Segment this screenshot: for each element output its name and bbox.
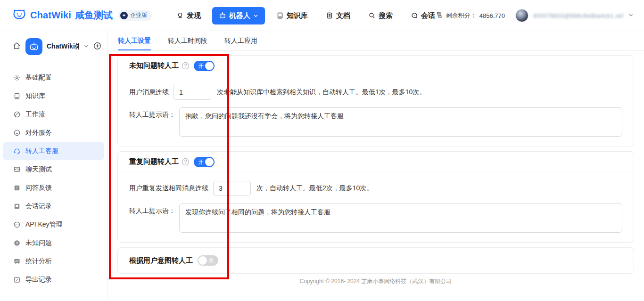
section-unknown-question-transfer: 未知问题转人工 ? 开 用户消息连续 次未能从知识库中检索到相关知识，自动转人工… bbox=[117, 55, 634, 146]
prompt-label: 转人工提示语： bbox=[129, 203, 175, 215]
sidebar-item-label: 对外服务 bbox=[25, 129, 52, 137]
toggle-label: 开 bbox=[198, 157, 204, 167]
repeat-question-toggle[interactable]: 开 bbox=[194, 157, 215, 167]
gear-icon bbox=[13, 74, 21, 81]
headset-icon bbox=[13, 147, 21, 155]
toggle-label: 开 bbox=[198, 61, 204, 71]
plan-badge: ✦ 企业版 bbox=[118, 10, 152, 21]
sidebar-item-workflow[interactable]: 工作流 bbox=[3, 105, 104, 123]
knowledge-base-icon bbox=[276, 12, 284, 19]
sidebar-item-unknown-questions[interactable]: ? 未知问题 bbox=[3, 234, 104, 252]
nav-robot[interactable]: 机器人 bbox=[212, 7, 265, 24]
export-log-icon bbox=[13, 276, 21, 284]
tab-transfer-settings[interactable]: 转人工设置 bbox=[118, 31, 151, 50]
unknown-count-input[interactable] bbox=[173, 85, 211, 100]
rule-row: 用户消息连续 次未能从知识库中检索到相关知识，自动转人工。最低1次，最多10次。 bbox=[129, 85, 622, 100]
sidebar-item-label: 导出记录 bbox=[25, 276, 52, 284]
toggle-label: 关 bbox=[208, 255, 214, 266]
rule-suffix: 次未能从知识库中检索到相关知识，自动转人工。最低1次，最多10次。 bbox=[217, 88, 426, 97]
sidebar-item-api-key[interactable]: API Key管理 bbox=[3, 215, 104, 234]
plan-badge-icon: ✦ bbox=[120, 12, 128, 19]
sidebar-item-label: API Key管理 bbox=[25, 220, 63, 229]
workflow-icon bbox=[13, 111, 21, 118]
user-avatar[interactable] bbox=[515, 9, 528, 22]
top-header: ChatWiki 咸鱼测试 ✦ 企业版 发现 bbox=[0, 0, 644, 31]
credits-value: 4856.770 bbox=[479, 12, 505, 19]
sidebar-menu: 基础配置 知识库 工作流 对外服务 bbox=[0, 68, 107, 289]
sidebar-item-statistics[interactable]: 统计分析 bbox=[3, 252, 104, 270]
rule-prefix: 用户重复发送相同消息连续 bbox=[129, 184, 208, 193]
user-intent-toggle[interactable]: 关 bbox=[198, 255, 218, 266]
sidebar-item-chat-test[interactable]: 聊天测试 bbox=[3, 160, 104, 179]
tab-transfer-application[interactable]: 转人工应用 bbox=[224, 31, 257, 50]
repeat-prompt-textarea[interactable]: 发现你连续问了相同的问题，将为您转接人工客服 bbox=[179, 203, 622, 233]
nav-docs[interactable]: 文档 bbox=[319, 7, 357, 24]
nav-search[interactable]: 搜索 bbox=[362, 7, 399, 24]
section-header: 重复问题转人工 ? 开 bbox=[118, 152, 634, 172]
chatwiki-logo-icon bbox=[12, 8, 26, 24]
prompt-label: 转人工提示语： bbox=[129, 107, 175, 119]
sidebar-item-label: 未知问题 bbox=[25, 239, 52, 247]
discover-icon bbox=[176, 12, 184, 19]
document-icon bbox=[326, 12, 333, 19]
home-icon[interactable] bbox=[12, 41, 21, 52]
nav-robot-label: 机器人 bbox=[229, 11, 250, 20]
help-icon[interactable]: ? bbox=[182, 62, 189, 69]
header-right: 剩余积分： 4856.770 800078833@686c9e8ba4cb1.x… bbox=[436, 0, 634, 31]
bot-avatar[interactable] bbox=[25, 38, 42, 55]
sidebar-item-human-transfer[interactable]: 转人工客服 bbox=[3, 142, 104, 160]
nav-knowledge[interactable]: 知识库 bbox=[270, 7, 314, 24]
chat-code-icon bbox=[13, 166, 21, 173]
bot-switch-chevron-icon[interactable] bbox=[83, 42, 89, 51]
nav-docs-label: 文档 bbox=[336, 11, 350, 20]
nav-session-label: 会话 bbox=[421, 11, 435, 20]
bot-name[interactable]: ChatWiki体验... bbox=[47, 42, 79, 51]
user-menu-chevron-icon[interactable] bbox=[628, 11, 634, 20]
section-body: 用户重复发送相同消息连续 次，自动转人工。最低2次，最多10次。 转人工提示语：… bbox=[118, 172, 634, 242]
footer-copyright: Copyright © 2016- 2024 芝麻小事网络科技（武汉）有限公司 bbox=[117, 274, 634, 285]
question-circle-icon: ? bbox=[13, 239, 21, 247]
app-window: ChatWiki 咸鱼测试 ✦ 企业版 发现 bbox=[0, 0, 644, 301]
add-bot-icon[interactable] bbox=[93, 42, 101, 52]
svg-text:?: ? bbox=[16, 241, 18, 245]
sidebar-item-label: 工作流 bbox=[25, 110, 45, 119]
sidebar-item-external-service[interactable]: 对外服务 bbox=[3, 123, 104, 142]
sidebar-item-qa-feedback[interactable]: 问答反馈 bbox=[3, 179, 104, 197]
credits: 剩余积分： 4856.770 bbox=[436, 11, 505, 20]
chat-session-icon bbox=[411, 12, 418, 19]
book-icon bbox=[13, 92, 21, 100]
user-email: 800078833@686c9e8ba4cb1.xkf bbox=[533, 12, 623, 19]
section-header: 未知问题转人工 ? 开 bbox=[118, 56, 634, 76]
sidebar-item-export-log[interactable]: 导出记录 bbox=[3, 270, 104, 289]
nav-knowledge-label: 知识库 bbox=[287, 11, 308, 20]
sidebar-item-session-log[interactable]: 会话记录 bbox=[3, 197, 104, 215]
chat-bubble-icon bbox=[13, 129, 21, 137]
unknown-prompt-textarea[interactable]: 抱歉，您问的问题我还没有学会，将为您转接人工客服 bbox=[179, 107, 622, 137]
sidebar-item-basic-config[interactable]: 基础配置 bbox=[3, 68, 104, 87]
toggle-knob bbox=[205, 158, 214, 166]
unknown-question-toggle[interactable]: 开 bbox=[194, 61, 215, 71]
prompt-row: 转人工提示语： 抱歉，您问的问题我还没有学会，将为您转接人工客服 bbox=[129, 107, 622, 137]
tab-transfer-time-period[interactable]: 转人工时间段 bbox=[168, 31, 207, 50]
session-log-icon bbox=[13, 203, 21, 210]
sidebar-item-label: 知识库 bbox=[25, 92, 45, 100]
nav-discover[interactable]: 发现 bbox=[170, 7, 207, 24]
logo[interactable]: ChatWiki 咸鱼测试 ✦ 企业版 bbox=[0, 8, 152, 24]
coins-icon bbox=[436, 11, 443, 20]
brand-name: ChatWiki bbox=[30, 10, 71, 21]
help-icon[interactable]: ? bbox=[182, 158, 189, 165]
stats-chart-icon bbox=[13, 258, 21, 265]
robot-icon bbox=[219, 12, 226, 19]
nav-discover-label: 发现 bbox=[187, 11, 201, 20]
main-panel: 转人工设置 转人工时间段 转人工应用 未知问题转人工 ? 开 用户消息连续 bbox=[107, 31, 644, 301]
sidebar-item-knowledge[interactable]: 知识库 bbox=[3, 87, 104, 105]
section-title: 重复问题转人工 bbox=[129, 157, 179, 166]
toggle-knob bbox=[205, 62, 214, 70]
section-title: 未知问题转人工 bbox=[129, 61, 179, 70]
sidebar-item-label: 聊天测试 bbox=[25, 165, 52, 174]
repeat-count-input[interactable] bbox=[213, 181, 251, 196]
section-title: 根据用户意图转人工 bbox=[129, 256, 193, 265]
rule-prefix: 用户消息连续 bbox=[129, 88, 169, 97]
tab-bar: 转人工设置 转人工时间段 转人工应用 bbox=[107, 31, 644, 51]
search-icon bbox=[368, 12, 376, 19]
